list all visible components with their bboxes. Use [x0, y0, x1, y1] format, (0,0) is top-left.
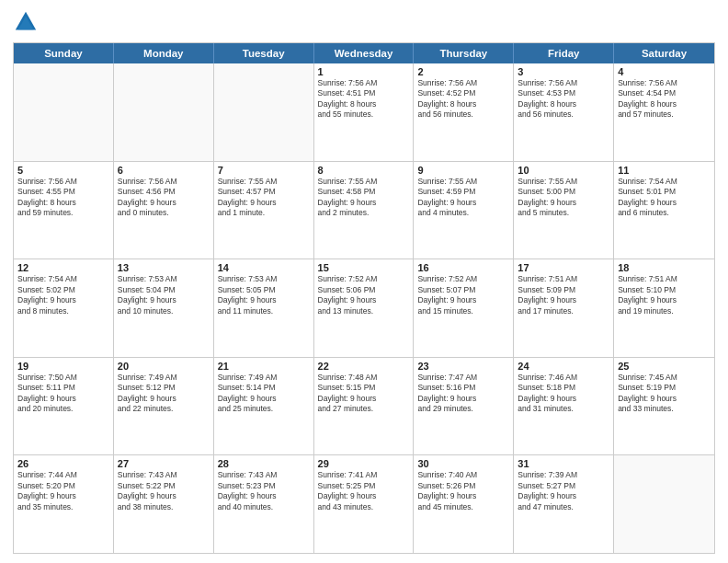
- day-cell-14: 14Sunrise: 7:53 AM Sunset: 5:05 PM Dayli…: [214, 259, 314, 357]
- day-cell-25: 25Sunrise: 7:45 AM Sunset: 5:19 PM Dayli…: [614, 358, 714, 455]
- day-cell-23: 23Sunrise: 7:47 AM Sunset: 5:16 PM Dayli…: [414, 358, 514, 455]
- day-info: Sunrise: 7:56 AM Sunset: 4:52 PM Dayligh…: [417, 78, 509, 121]
- day-number: 1: [318, 66, 410, 77]
- empty-cell: [14, 63, 114, 161]
- day-info: Sunrise: 7:54 AM Sunset: 5:02 PM Dayligh…: [17, 274, 109, 316]
- day-number: 9: [417, 165, 509, 176]
- day-cell-30: 30Sunrise: 7:40 AM Sunset: 5:26 PM Dayli…: [414, 455, 514, 553]
- calendar-row-5: 26Sunrise: 7:44 AM Sunset: 5:20 PM Dayli…: [14, 455, 714, 553]
- day-info: Sunrise: 7:55 AM Sunset: 4:58 PM Dayligh…: [318, 177, 410, 219]
- day-number: 31: [518, 458, 609, 469]
- calendar-row-2: 5Sunrise: 7:56 AM Sunset: 4:55 PM Daylig…: [14, 162, 714, 260]
- empty-cell: [114, 63, 214, 161]
- day-info: Sunrise: 7:52 AM Sunset: 5:06 PM Dayligh…: [318, 274, 410, 316]
- day-cell-7: 7Sunrise: 7:55 AM Sunset: 4:57 PM Daylig…: [214, 162, 314, 259]
- day-cell-13: 13Sunrise: 7:53 AM Sunset: 5:04 PM Dayli…: [114, 259, 214, 357]
- day-info: Sunrise: 7:56 AM Sunset: 4:53 PM Dayligh…: [518, 78, 609, 121]
- day-info: Sunrise: 7:55 AM Sunset: 5:00 PM Dayligh…: [518, 177, 609, 219]
- day-number: 8: [318, 165, 410, 176]
- day-number: 20: [118, 361, 210, 372]
- logo-icon: [13, 9, 39, 35]
- day-info: Sunrise: 7:48 AM Sunset: 5:15 PM Dayligh…: [318, 373, 410, 415]
- day-number: 10: [518, 165, 609, 176]
- day-cell-18: 18Sunrise: 7:51 AM Sunset: 5:10 PM Dayli…: [614, 259, 714, 357]
- weekday-header-sunday: Sunday: [14, 43, 114, 63]
- day-cell-8: 8Sunrise: 7:55 AM Sunset: 4:58 PM Daylig…: [314, 162, 415, 259]
- day-cell-29: 29Sunrise: 7:41 AM Sunset: 5:25 PM Dayli…: [314, 455, 415, 553]
- day-number: 28: [218, 458, 310, 469]
- day-info: Sunrise: 7:55 AM Sunset: 4:59 PM Dayligh…: [417, 177, 509, 219]
- day-info: Sunrise: 7:43 AM Sunset: 5:23 PM Dayligh…: [218, 470, 310, 512]
- day-cell-21: 21Sunrise: 7:49 AM Sunset: 5:14 PM Dayli…: [214, 358, 314, 455]
- day-number: 2: [417, 66, 509, 77]
- day-number: 6: [118, 165, 210, 176]
- day-cell-11: 11Sunrise: 7:54 AM Sunset: 5:01 PM Dayli…: [614, 162, 714, 259]
- day-info: Sunrise: 7:49 AM Sunset: 5:14 PM Dayligh…: [218, 373, 310, 415]
- day-cell-9: 9Sunrise: 7:55 AM Sunset: 4:59 PM Daylig…: [414, 162, 514, 259]
- header: [13, 9, 715, 35]
- page: SundayMondayTuesdayWednesdayThursdayFrid…: [0, 0, 728, 563]
- day-cell-2: 2Sunrise: 7:56 AM Sunset: 4:52 PM Daylig…: [414, 63, 514, 161]
- calendar-body: 1Sunrise: 7:56 AM Sunset: 4:51 PM Daylig…: [14, 63, 714, 553]
- weekday-header-tuesday: Tuesday: [214, 43, 314, 63]
- day-info: Sunrise: 7:53 AM Sunset: 5:05 PM Dayligh…: [218, 274, 310, 316]
- logo: [13, 9, 40, 35]
- day-number: 26: [17, 458, 109, 469]
- day-info: Sunrise: 7:54 AM Sunset: 5:01 PM Dayligh…: [618, 177, 711, 219]
- day-number: 14: [218, 262, 310, 273]
- day-number: 22: [318, 361, 410, 372]
- day-cell-4: 4Sunrise: 7:56 AM Sunset: 4:54 PM Daylig…: [614, 63, 714, 161]
- day-cell-31: 31Sunrise: 7:39 AM Sunset: 5:27 PM Dayli…: [514, 455, 614, 553]
- day-number: 21: [218, 361, 310, 372]
- day-number: 13: [118, 262, 210, 273]
- day-cell-3: 3Sunrise: 7:56 AM Sunset: 4:53 PM Daylig…: [514, 63, 614, 161]
- day-number: 11: [618, 165, 711, 176]
- day-number: 5: [17, 165, 109, 176]
- day-cell-26: 26Sunrise: 7:44 AM Sunset: 5:20 PM Dayli…: [14, 455, 114, 553]
- day-cell-16: 16Sunrise: 7:52 AM Sunset: 5:07 PM Dayli…: [414, 259, 514, 357]
- weekday-header-monday: Monday: [114, 43, 214, 63]
- day-cell-24: 24Sunrise: 7:46 AM Sunset: 5:18 PM Dayli…: [514, 358, 614, 455]
- day-info: Sunrise: 7:45 AM Sunset: 5:19 PM Dayligh…: [618, 373, 711, 415]
- day-info: Sunrise: 7:44 AM Sunset: 5:20 PM Dayligh…: [17, 470, 109, 512]
- calendar: SundayMondayTuesdayWednesdayThursdayFrid…: [13, 42, 715, 554]
- day-number: 19: [17, 361, 109, 372]
- day-number: 3: [518, 66, 609, 77]
- day-number: 7: [218, 165, 310, 176]
- weekday-header-saturday: Saturday: [614, 43, 714, 63]
- weekday-header-thursday: Thursday: [414, 43, 514, 63]
- day-info: Sunrise: 7:55 AM Sunset: 4:57 PM Dayligh…: [218, 177, 310, 219]
- day-info: Sunrise: 7:53 AM Sunset: 5:04 PM Dayligh…: [118, 274, 210, 316]
- day-number: 25: [618, 361, 711, 372]
- day-info: Sunrise: 7:51 AM Sunset: 5:09 PM Dayligh…: [518, 274, 609, 316]
- empty-cell: [214, 63, 314, 161]
- weekday-header-friday: Friday: [514, 43, 614, 63]
- calendar-row-1: 1Sunrise: 7:56 AM Sunset: 4:51 PM Daylig…: [14, 63, 714, 162]
- day-info: Sunrise: 7:51 AM Sunset: 5:10 PM Dayligh…: [618, 274, 711, 316]
- day-info: Sunrise: 7:56 AM Sunset: 4:56 PM Dayligh…: [118, 177, 210, 219]
- calendar-row-4: 19Sunrise: 7:50 AM Sunset: 5:11 PM Dayli…: [14, 358, 714, 456]
- day-cell-5: 5Sunrise: 7:56 AM Sunset: 4:55 PM Daylig…: [14, 162, 114, 259]
- day-cell-10: 10Sunrise: 7:55 AM Sunset: 5:00 PM Dayli…: [514, 162, 614, 259]
- day-cell-22: 22Sunrise: 7:48 AM Sunset: 5:15 PM Dayli…: [314, 358, 415, 455]
- day-cell-27: 27Sunrise: 7:43 AM Sunset: 5:22 PM Dayli…: [114, 455, 214, 553]
- day-cell-28: 28Sunrise: 7:43 AM Sunset: 5:23 PM Dayli…: [214, 455, 314, 553]
- day-number: 29: [318, 458, 410, 469]
- day-cell-19: 19Sunrise: 7:50 AM Sunset: 5:11 PM Dayli…: [14, 358, 114, 455]
- day-cell-20: 20Sunrise: 7:49 AM Sunset: 5:12 PM Dayli…: [114, 358, 214, 455]
- day-info: Sunrise: 7:40 AM Sunset: 5:26 PM Dayligh…: [417, 470, 509, 512]
- day-number: 4: [618, 66, 711, 77]
- day-number: 16: [417, 262, 509, 273]
- day-number: 24: [518, 361, 609, 372]
- day-cell-12: 12Sunrise: 7:54 AM Sunset: 5:02 PM Dayli…: [14, 259, 114, 357]
- day-cell-6: 6Sunrise: 7:56 AM Sunset: 4:56 PM Daylig…: [114, 162, 214, 259]
- day-info: Sunrise: 7:49 AM Sunset: 5:12 PM Dayligh…: [118, 373, 210, 415]
- day-info: Sunrise: 7:56 AM Sunset: 4:55 PM Dayligh…: [17, 177, 109, 219]
- day-info: Sunrise: 7:43 AM Sunset: 5:22 PM Dayligh…: [118, 470, 210, 512]
- day-info: Sunrise: 7:47 AM Sunset: 5:16 PM Dayligh…: [417, 373, 509, 415]
- day-number: 30: [417, 458, 509, 469]
- day-info: Sunrise: 7:56 AM Sunset: 4:54 PM Dayligh…: [618, 78, 711, 121]
- day-cell-15: 15Sunrise: 7:52 AM Sunset: 5:06 PM Dayli…: [314, 259, 415, 357]
- day-info: Sunrise: 7:46 AM Sunset: 5:18 PM Dayligh…: [518, 373, 609, 415]
- day-number: 27: [118, 458, 210, 469]
